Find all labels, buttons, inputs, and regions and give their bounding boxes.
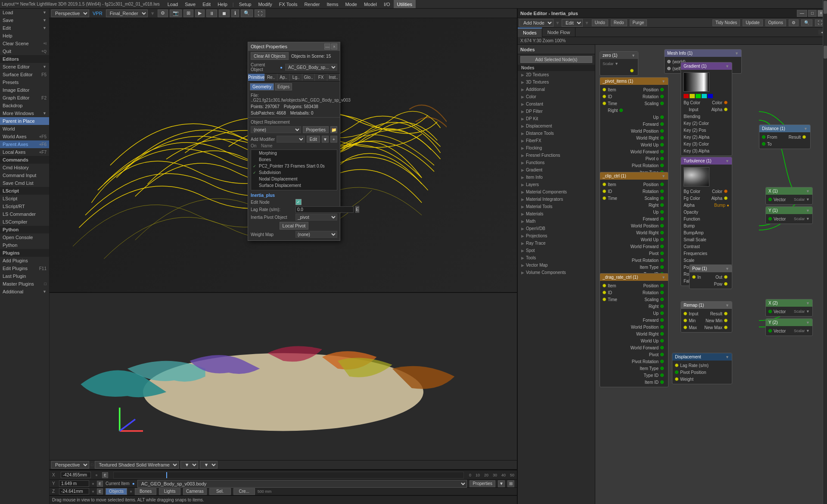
sidebar-item-more-windows[interactable]: More Windows▼ [0,109,49,117]
sidebar-item-presets[interactable]: Presets [0,78,49,86]
sidebar-item-lscompiler[interactable]: LSCompiler [0,218,49,226]
node-x-2[interactable]: X (2) ▼ Vector Scalar ▼ [765,299,813,317]
viewport-main[interactable]: Object Properties — × Clear All Objects … [50,18,517,460]
sidebar-item-add-plugins[interactable]: Add Plugins [0,257,49,264]
cat-distance-tools[interactable]: ▶Distance Tools [518,130,595,137]
cat-displacement[interactable]: ▶Displacement [518,122,595,130]
menu-setup[interactable]: Setup [236,0,255,8]
vp-icon-settings[interactable]: ⚙ [158,9,168,17]
ne-update-btn[interactable]: Update [743,19,762,26]
node-gradient-1[interactable]: Gradient (1) ▼ [681,62,732,156]
menu-edit[interactable]: Edit [199,0,214,8]
section-tab-geometry[interactable]: Geometry [250,83,274,90]
vp-icon-pause[interactable]: ⏸ [206,9,217,17]
cat-flocking[interactable]: ▶Flocking [518,144,595,152]
bottom-3d-viewport[interactable] [50,292,517,460]
vp-icon-expand[interactable]: ⛶ [255,9,265,17]
ne-options-btn[interactable]: Options [765,19,786,26]
sel-btn[interactable]: Sel. [209,488,231,495]
folder-btn[interactable]: 📁 [330,126,337,133]
cat-item-info[interactable]: ▶Item Info [518,174,595,181]
vp-icon-zoom[interactable]: 🔍 [241,9,253,17]
create-btn[interactable]: Cre... [233,488,255,495]
lag-rate-btn[interactable]: E [355,206,359,213]
replacement-select[interactable]: (none) [251,126,301,133]
cat-tools[interactable]: ▶Tools [518,254,595,261]
obj-props-minimize[interactable]: — [324,44,330,50]
tab-inst[interactable]: Inst.. [327,74,340,81]
sidebar-item-scene-editor[interactable]: Scene Editor▼ [0,63,49,71]
node-pow-1[interactable]: Pow (1) ▼ In Out Pow [689,264,732,289]
sidebar-item-backdrop[interactable]: Backdrop [0,102,49,109]
node-y-1[interactable]: Y (1) ▼ Vector Scalar ▼ [765,206,813,224]
sidebar-item-clear-scene[interactable]: Clear Scene+I [0,40,49,47]
cat-material-integrators[interactable]: ▶Material Integrators [518,196,595,203]
cat-layers[interactable]: ▶Layers [518,181,595,188]
mod-disp-map[interactable]: Displacement Map [251,189,337,190]
add-modifier-select[interactable] [277,136,305,143]
ne-tidy-btn[interactable]: Tidy Nodes [712,19,740,26]
sidebar-item-master-plugins[interactable]: Master Plugins□ [0,280,49,288]
cat-color[interactable]: ▶Color [518,93,595,100]
ne-add-node-select[interactable]: Add Node [519,19,553,27]
sidebar-item-parent-in-place[interactable]: Parent in Place [0,117,49,125]
timeline-btn-extra2[interactable]: ⊞ [507,480,514,487]
sidebar-item-python[interactable]: Python [0,241,49,249]
x-key-btn[interactable]: E [102,472,108,478]
current-item-select[interactable]: AC_GEO_Body_sp_v003.body [137,480,467,488]
cat-gradient[interactable]: ▶Gradient [518,166,595,174]
sidebar-item-command-input[interactable]: Command Input [0,171,49,179]
viewport-mode-select[interactable]: Perspective [51,9,89,17]
pivot-obj-select[interactable]: _pivot [295,214,337,221]
sidebar-item-save-cmd-list[interactable]: Save Cmd List [0,179,49,187]
cat-dp-filter[interactable]: ▶DP Filter [518,108,595,115]
sidebar-item-help[interactable]: Help [0,32,49,40]
cat-fresnel[interactable]: ▶Fresnel Functions [518,152,595,159]
menu-load[interactable]: Load [164,0,181,8]
properties-btn[interactable]: Properties [303,126,329,133]
sidebar-item-surface-editor[interactable]: Surface EditorF5 [0,71,49,78]
cat-fiberfx[interactable]: ▶FiberFX [518,137,595,144]
vp-icon-grid[interactable]: ⊞ [183,9,193,17]
sidebar-item-edit[interactable]: Edit▼ [0,24,49,32]
node-canvas-scrollbar[interactable] [823,45,827,504]
sidebar-item-image-editor[interactable]: Image Editor [0,86,49,94]
viewport2-mode-select[interactable]: Perspective [51,461,89,469]
sidebar-item-lscript[interactable]: LScript [0,195,49,202]
ne-redo-btn[interactable]: Redo [611,19,627,26]
ne-edit-select[interactable]: Edit [562,19,583,27]
vp-icon-info[interactable]: ℹ [231,9,239,17]
menu-io[interactable]: I/O [380,0,394,8]
timeline-btn-extra[interactable]: ▼ [498,480,505,487]
cat-material-components[interactable]: ▶Material Components [518,188,595,196]
vp-icon-camera[interactable]: 📷 [170,9,182,17]
lag-rate-input[interactable] [295,206,354,213]
mod-morphing[interactable]: Morphing [251,150,337,156]
section-tab-edges[interactable]: Edges [275,83,292,90]
ne-undo-btn[interactable]: Undo [592,19,608,26]
obj-props-close[interactable]: × [331,44,337,50]
sidebar-item-cmd-history[interactable]: Cmd History [0,164,49,171]
ne-search-icon[interactable]: 🔍 [801,19,812,26]
add-selected-btn[interactable]: Add Selected Node(s) [520,56,592,63]
node-canvas[interactable]: zero (1) ▼ Scalar ▼ [595,45,827,504]
node-x-1[interactable]: X (1) ▼ Vector Scalar ▼ [765,187,813,205]
node-displacement-out[interactable]: Displacement ▼ Lag Rate (s/m) Pivot Posi… [672,353,732,384]
z-key-btn[interactable]: E [97,488,103,495]
menu-items[interactable]: Items [323,0,342,8]
tab-fx[interactable]: FX [315,74,327,81]
bones-btn[interactable]: Bones [135,488,156,495]
sidebar-item-graph-editor[interactable]: Graph EditorF2 [0,94,49,102]
mod-bones[interactable]: Bones [251,156,337,163]
view-extra2-select[interactable]: ▼ [200,461,218,469]
edit-node-checkbox[interactable]: ✓ [295,199,302,205]
cat-3d-textures[interactable]: ▶3D Textures [518,78,595,86]
cat-materials[interactable]: ▶Materials [518,210,595,218]
properties-btn2[interactable]: Properties [469,480,495,487]
modifier-up-btn[interactable]: + [330,136,337,143]
cat-projections[interactable]: ▶Projections [518,232,595,240]
tab-nodes[interactable]: Nodes [518,28,542,37]
tab-glo[interactable]: Glo.. [302,74,315,81]
cat-material-tools[interactable]: ▶Material Tools [518,203,595,210]
view-mode-select[interactable]: Textured Shaded Solid Wireframe [95,461,179,469]
